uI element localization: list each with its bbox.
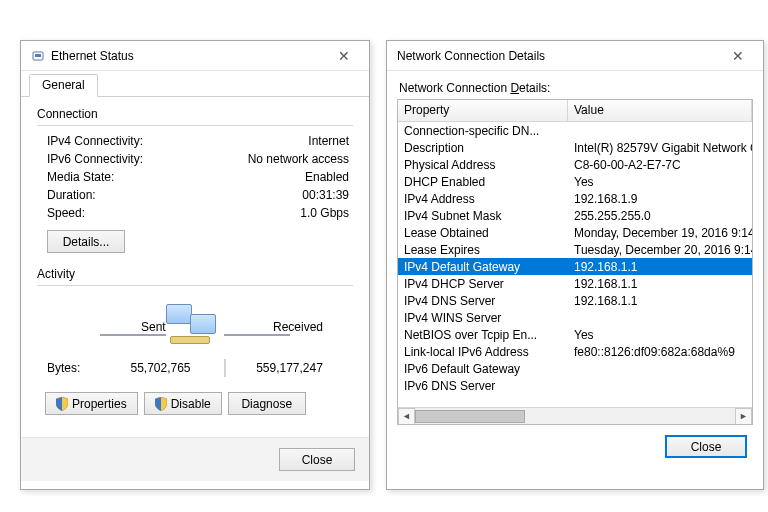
network-activity-icon [160, 300, 230, 354]
duration-label: Duration: [37, 188, 187, 202]
scroll-left-button[interactable]: ◄ [398, 408, 415, 425]
list-row[interactable]: Connection-specific DN... [398, 122, 752, 139]
list-row[interactable]: DescriptionIntel(R) 82579V Gigabit Netwo… [398, 139, 752, 156]
ipv4-conn-value: Internet [187, 134, 353, 148]
listview-header[interactable]: Property Value [398, 100, 752, 122]
list-row[interactable]: IPv4 Address192.168.1.9 [398, 190, 752, 207]
list-cell-property: NetBIOS over Tcpip En... [398, 328, 568, 342]
ipv6-conn-value: No network access [187, 152, 353, 166]
properties-button[interactable]: Properties [45, 392, 138, 415]
tab-strip: General [21, 71, 369, 97]
list-row[interactable]: NetBIOS over Tcpip En...Yes [398, 326, 752, 343]
list-row[interactable]: Lease ObtainedMonday, December 19, 2016 … [398, 224, 752, 241]
dialog-title: Ethernet Status [51, 49, 325, 63]
list-cell-property: Link-local IPv6 Address [398, 345, 568, 359]
ethernet-status-dialog: Ethernet Status ✕ General Connection IPv… [20, 40, 370, 490]
list-row[interactable]: Lease ExpiresTuesday, December 20, 2016 … [398, 241, 752, 258]
close-button[interactable]: Close [665, 435, 747, 458]
list-cell-property: Connection-specific DN... [398, 124, 568, 138]
svg-rect-1 [35, 54, 41, 57]
list-row[interactable]: IPv4 Subnet Mask255.255.255.0 [398, 207, 752, 224]
close-button[interactable]: Close [279, 448, 355, 471]
column-property[interactable]: Property [398, 100, 568, 121]
ethernet-icon [31, 49, 45, 63]
list-row[interactable]: IPv4 Default Gateway192.168.1.1 [398, 258, 752, 275]
list-cell-value: C8-60-00-A2-E7-7C [568, 158, 752, 172]
ipv6-conn-label: IPv6 Connectivity: [37, 152, 187, 166]
list-cell-property: IPv4 Default Gateway [398, 260, 568, 274]
list-cell-value: 255.255.255.0 [568, 209, 752, 223]
scroll-thumb[interactable] [415, 410, 525, 423]
list-row[interactable]: DHCP EnabledYes [398, 173, 752, 190]
list-cell-property: IPv4 Subnet Mask [398, 209, 568, 223]
list-cell-property: DHCP Enabled [398, 175, 568, 189]
list-row[interactable]: IPv4 DNS Server192.168.1.1 [398, 292, 752, 309]
shield-icon [155, 397, 167, 411]
list-cell-property: IPv4 WINS Server [398, 311, 568, 325]
shield-icon [56, 397, 68, 411]
diagnose-button[interactable]: Diagnose [228, 392, 306, 415]
column-value[interactable]: Value [568, 100, 752, 121]
list-cell-property: Lease Expires [398, 243, 568, 257]
list-row[interactable]: IPv6 Default Gateway [398, 360, 752, 377]
media-state-label: Media State: [37, 170, 187, 184]
list-cell-property: Physical Address [398, 158, 568, 172]
details-list-label: Network Connection Details: [399, 81, 751, 95]
details-listview[interactable]: Property Value Connection-specific DN...… [397, 99, 753, 425]
list-cell-property: IPv4 Address [398, 192, 568, 206]
list-cell-value: Intel(R) 82579V Gigabit Network Connect [568, 141, 752, 155]
scroll-track[interactable] [415, 408, 735, 425]
activity-heading: Activity [37, 267, 353, 281]
list-cell-value: 192.168.1.1 [568, 294, 752, 308]
media-state-value: Enabled [187, 170, 353, 184]
list-cell-value: Tuesday, December 20, 2016 9:14:37 AM [568, 243, 752, 257]
details-button[interactable]: Details... [47, 230, 125, 253]
close-icon[interactable]: ✕ [325, 45, 363, 67]
list-row[interactable]: IPv4 WINS Server [398, 309, 752, 326]
list-cell-property: IPv6 DNS Server [398, 379, 568, 393]
list-cell-property: IPv4 DHCP Server [398, 277, 568, 291]
list-row[interactable]: IPv4 DHCP Server192.168.1.1 [398, 275, 752, 292]
list-row[interactable]: Link-local IPv6 Addressfe80::8126:df09:6… [398, 343, 752, 360]
list-cell-property: IPv6 Default Gateway [398, 362, 568, 376]
list-cell-property: IPv4 DNS Server [398, 294, 568, 308]
dialog-title: Network Connection Details [397, 49, 719, 63]
list-cell-value: Yes [568, 175, 752, 189]
horizontal-scrollbar[interactable]: ◄ ► [398, 407, 752, 424]
disable-button-label: Disable [171, 397, 211, 411]
list-cell-value: 192.168.1.1 [568, 260, 752, 274]
list-cell-value: Monday, December 19, 2016 9:14:37 AM [568, 226, 752, 240]
speed-value: 1.0 Gbps [187, 206, 353, 220]
list-cell-value: 192.168.1.1 [568, 277, 752, 291]
list-cell-value: Yes [568, 328, 752, 342]
close-icon[interactable]: ✕ [719, 45, 757, 67]
duration-value: 00:31:39 [187, 188, 353, 202]
list-cell-property: Lease Obtained [398, 226, 568, 240]
bytes-sent-value: 55,702,765 [97, 361, 224, 375]
list-cell-property: Description [398, 141, 568, 155]
bytes-received-value: 559,177,247 [226, 361, 353, 375]
tab-general[interactable]: General [29, 74, 98, 97]
scroll-right-button[interactable]: ► [735, 408, 752, 425]
list-row[interactable]: Physical AddressC8-60-00-A2-E7-7C [398, 156, 752, 173]
titlebar[interactable]: Network Connection Details ✕ [387, 41, 763, 71]
bytes-label: Bytes: [37, 361, 97, 375]
connection-heading: Connection [37, 107, 353, 121]
list-row[interactable]: IPv6 DNS Server [398, 377, 752, 394]
network-connection-details-dialog: Network Connection Details ✕ Network Con… [386, 40, 764, 490]
list-cell-value: fe80::8126:df09:682a:68da%9 [568, 345, 752, 359]
received-label: Received [273, 320, 323, 334]
list-cell-value: 192.168.1.9 [568, 192, 752, 206]
speed-label: Speed: [37, 206, 187, 220]
ipv4-conn-label: IPv4 Connectivity: [37, 134, 187, 148]
disable-button[interactable]: Disable [144, 392, 222, 415]
properties-button-label: Properties [72, 397, 127, 411]
titlebar[interactable]: Ethernet Status ✕ [21, 41, 369, 71]
